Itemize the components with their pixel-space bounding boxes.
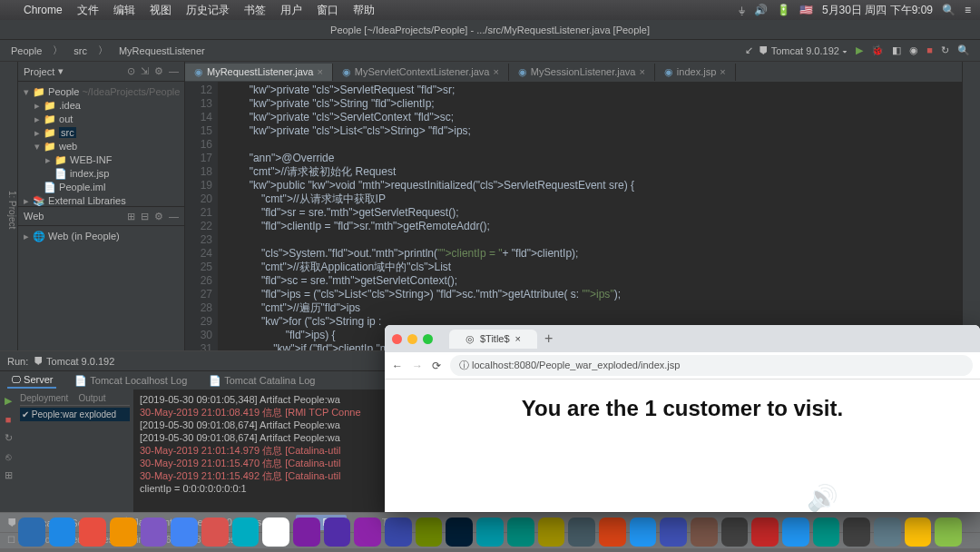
dock-app-4[interactable] — [141, 518, 168, 547]
clock[interactable]: 5月30日 周四 下午9:09 — [822, 3, 933, 18]
run-tab-localhost-log[interactable]: 📄 Tomcat Localhost Log — [71, 373, 191, 389]
dock-app-29[interactable] — [905, 518, 932, 547]
settings-icon[interactable]: ⚙ — [154, 65, 163, 77]
update-icon[interactable]: ↻ — [941, 44, 949, 55]
close-tab-icon[interactable]: × — [515, 333, 521, 344]
close-tab-icon[interactable]: × — [639, 66, 644, 77]
tree-item-web[interactable]: ▾📁 web — [22, 140, 181, 153]
menu-history[interactable]: 历史记录 — [186, 3, 230, 18]
dock-app-14[interactable] — [446, 518, 473, 547]
dock-app-17[interactable] — [538, 518, 565, 547]
menu-bookmarks[interactable]: 书签 — [244, 3, 266, 18]
tree-item-out[interactable]: ▸📁 out — [22, 113, 181, 126]
rerun-icon[interactable]: ▶ — [5, 395, 12, 407]
dock-app-27[interactable] — [843, 518, 870, 547]
menu-window[interactable]: 窗口 — [317, 3, 338, 18]
dock-app-26[interactable] — [813, 518, 840, 547]
open-browser-icon[interactable]: ⎋ — [5, 451, 12, 462]
notification-center-icon[interactable]: ≡ — [965, 4, 971, 16]
reload-button[interactable]: ⟳ — [432, 360, 441, 372]
menu-file[interactable]: 文件 — [77, 3, 99, 18]
dock-app-13[interactable] — [416, 518, 443, 547]
collapse-all-icon[interactable]: ⇲ — [141, 65, 149, 77]
dock-app-28[interactable] — [874, 518, 901, 547]
tree-item-src[interactable]: ▸📁 src — [22, 126, 181, 140]
tree-item--idea[interactable]: ▸📁 .idea — [22, 99, 181, 113]
tree-item-index-jsp[interactable]: 📄 index.jsp — [22, 167, 181, 181]
breadcrumb-src[interactable]: src — [70, 44, 91, 58]
project-view-selector[interactable]: Project — [24, 66, 54, 77]
dock-app-2[interactable] — [79, 518, 106, 547]
run-tab-server[interactable]: 🖵 Server — [7, 372, 56, 389]
editor-tab[interactable]: ◉MyServletContextListener.java × — [333, 64, 509, 81]
right-tool-stripe[interactable] — [962, 62, 980, 350]
close-tab-icon[interactable]: × — [493, 66, 498, 77]
coverage-icon[interactable]: ◧ — [892, 44, 901, 55]
close-tab-icon[interactable]: × — [720, 66, 725, 77]
browser-tab[interactable]: ◎ $Title$ × — [449, 330, 537, 349]
hide-icon[interactable]: — — [169, 65, 179, 77]
dock-app-16[interactable] — [507, 518, 534, 547]
stop-icon[interactable]: ■ — [5, 414, 12, 425]
app-name[interactable]: Chrome — [24, 4, 63, 16]
web-facet-item[interactable]: ▸🌐 Web (in People) — [22, 230, 181, 243]
zoom-window-icon[interactable] — [423, 334, 433, 344]
dock-app-1[interactable] — [49, 518, 76, 547]
editor-tab[interactable]: ◉MySessionListener.java × — [509, 64, 655, 81]
spotlight-icon[interactable]: 🔍 — [942, 4, 956, 16]
back-button[interactable]: ← — [392, 360, 403, 372]
dock-app-19[interactable] — [599, 518, 626, 547]
stop-icon[interactable]: ■ — [926, 44, 933, 55]
dock-app-20[interactable] — [630, 518, 657, 547]
tree-item-external-libraries[interactable]: ▸📚 External Libraries — [22, 194, 181, 206]
menu-help[interactable]: 帮助 — [353, 3, 375, 18]
search-everywhere-icon[interactable]: 🔍 — [957, 44, 970, 55]
run-icon[interactable]: ▶ — [856, 44, 863, 55]
dock-app-0[interactable] — [18, 518, 45, 547]
dock-app-10[interactable] — [324, 518, 351, 547]
left-tool-stripe[interactable]: 1: Project — [0, 62, 18, 350]
menu-view[interactable]: 视图 — [150, 3, 172, 18]
editor-tab[interactable]: ◉MyRequestListener.java × — [185, 64, 333, 81]
dock-app-22[interactable] — [691, 518, 718, 547]
breadcrumb-project[interactable]: People — [7, 44, 45, 58]
new-tab-button[interactable]: + — [544, 330, 553, 347]
dock-app-9[interactable] — [293, 518, 320, 547]
dock-app-23[interactable] — [721, 518, 749, 547]
editor-tab[interactable]: ◉index.jsp × — [655, 64, 736, 81]
menu-user[interactable]: 用户 — [280, 3, 302, 18]
address-bar[interactable]: ⓘ localhost:8080/People_war_exploded/ind… — [450, 355, 973, 376]
tree-item-web-inf[interactable]: ▸📁 WEB-INF — [22, 153, 181, 167]
expand-all-icon[interactable]: ⊞ — [127, 211, 135, 222]
scroll-from-source-icon[interactable]: ⊙ — [127, 65, 135, 77]
deployment-artifact[interactable]: ✔ People:war exploded — [20, 408, 130, 421]
dock-app-8[interactable] — [262, 518, 289, 547]
run-tab-catalina-log[interactable]: 📄 Tomcat Catalina Log — [205, 373, 318, 389]
debug-icon[interactable]: 🐞 — [871, 44, 884, 55]
dock-app-3[interactable] — [110, 518, 137, 547]
build-icon[interactable]: ↙ — [745, 44, 753, 56]
close-tab-icon[interactable]: × — [317, 66, 322, 77]
dock-app-21[interactable] — [660, 518, 687, 547]
forward-button[interactable]: → — [412, 360, 423, 372]
wifi-icon[interactable]: ⏚ — [739, 4, 745, 16]
settings-icon[interactable]: ⚙ — [154, 211, 163, 222]
tree-item-people[interactable]: ▾📁 People ~/IdeaProjects/People — [22, 85, 181, 99]
close-window-icon[interactable] — [392, 334, 402, 344]
battery-icon[interactable]: 🔋 — [777, 4, 790, 16]
dock-app-12[interactable] — [385, 518, 412, 547]
dock-app-6[interactable] — [201, 518, 229, 547]
input-source-icon[interactable]: 🇺🇸 — [799, 4, 813, 16]
breadcrumb-file[interactable]: MyRequestListener — [115, 44, 209, 58]
layout-icon[interactable]: ⊞ — [5, 469, 13, 481]
dock-app-25[interactable] — [782, 518, 809, 547]
profile-icon[interactable]: ◉ — [909, 44, 918, 55]
redeploy-icon[interactable]: ↻ — [5, 432, 13, 444]
dock-app-5[interactable] — [171, 518, 198, 547]
dock-app-15[interactable] — [476, 518, 504, 547]
dock-app-30[interactable] — [935, 518, 962, 547]
tree-item-people-iml[interactable]: 📄 People.iml — [22, 181, 181, 194]
dock-app-11[interactable] — [354, 518, 381, 547]
menu-edit[interactable]: 编辑 — [113, 3, 135, 18]
collapse-all-icon[interactable]: ⊟ — [141, 211, 149, 222]
